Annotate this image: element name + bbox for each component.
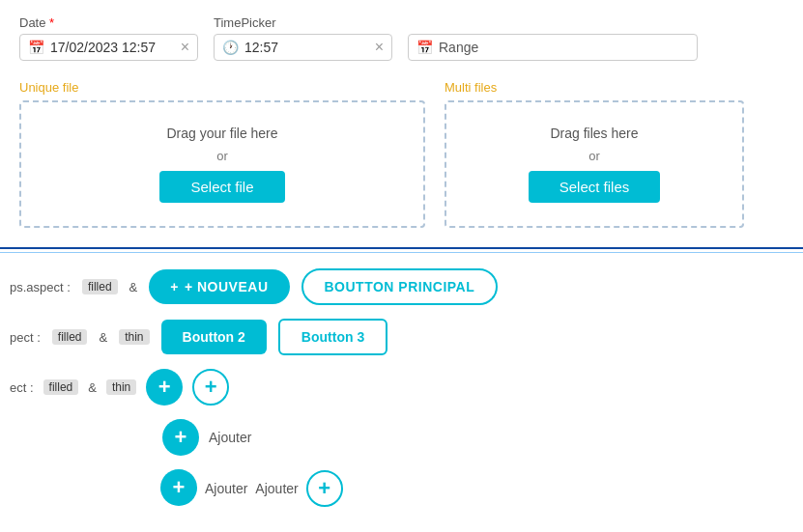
unique-drag-text: Drag your file here	[166, 126, 277, 141]
row2-badge-thin: thin	[119, 329, 149, 345]
row2-badge-filled: filled	[52, 329, 88, 345]
row3-badge-filled: filled	[43, 379, 79, 395]
multi-file-label: Multi files	[445, 80, 744, 95]
range-value: Range	[439, 40, 689, 55]
range-calendar-icon: 📅	[416, 40, 433, 55]
unique-or-text: or	[216, 149, 228, 163]
circle-filled-button-1[interactable]: +	[146, 369, 183, 406]
range-input[interactable]: 📅 Range	[408, 34, 698, 61]
nouveau-button[interactable]: + + NOUVEAU	[149, 269, 289, 304]
date-value: 17/02/2023 12:57	[50, 40, 175, 55]
date-label-text: Date	[19, 15, 45, 30]
file-areas-row: Unique file Drag your file here or Selec…	[19, 80, 784, 228]
top-section: Date * 📅 17/02/2023 12:57 × TimePicker 🕐…	[0, 0, 803, 247]
multi-or-text: or	[588, 149, 600, 163]
multi-file-container: Multi files Drag files here or Select fi…	[445, 80, 744, 228]
button-row-3: ect : filled & thin + +	[10, 369, 803, 406]
circle-filled-button-2[interactable]: +	[162, 419, 199, 456]
row1-badge-filled: filled	[82, 279, 118, 294]
row2-label: pect :	[10, 330, 41, 345]
circle-filled-button-3[interactable]: +	[160, 469, 197, 506]
button-row-5: + Ajouter Ajouter +	[10, 469, 803, 508]
bottom-section: ps.aspect : filled & + + NOUVEAU BOUTTON…	[0, 253, 803, 508]
row5-ajouter-label1: Ajouter	[205, 481, 247, 496]
timepicker-input[interactable]: 🕐 12:57 ×	[214, 34, 392, 61]
boutton2-button[interactable]: Boutton 2	[161, 320, 267, 354]
button-row-1: ps.aspect : filled & + + NOUVEAU BOUTTON…	[10, 268, 803, 305]
unique-file-dropzone[interactable]: Drag your file here or Select file	[19, 100, 425, 228]
circle-outline-button-2[interactable]: +	[306, 470, 343, 507]
date-field-group: Date * 📅 17/02/2023 12:57 ×	[19, 15, 198, 61]
row3-separator: &	[88, 380, 97, 395]
unique-file-container: Unique file Drag your file here or Selec…	[19, 80, 425, 228]
time-value: 12:57	[244, 40, 369, 55]
row4-ajouter-label: Ajouter	[209, 430, 251, 445]
range-label-spacer	[408, 15, 698, 30]
boutton-principal-button[interactable]: BOUTTON PRINCIPAL	[301, 268, 499, 305]
row5-ajouter-label2: Ajouter	[255, 481, 298, 496]
row3-badge-thin: thin	[106, 379, 136, 395]
range-field-group: 📅 Range	[408, 15, 698, 61]
unique-file-label: Unique file	[19, 80, 425, 95]
button-row-4: + Ajouter	[10, 419, 803, 456]
multi-file-dropzone[interactable]: Drag files here or Select files	[445, 100, 744, 228]
row2-separator: &	[99, 330, 107, 345]
time-clear-button[interactable]: ×	[375, 40, 384, 55]
calendar-icon: 📅	[28, 40, 44, 55]
select-file-button[interactable]: Select file	[159, 171, 284, 203]
boutton3-button[interactable]: Boutton 3	[278, 319, 387, 355]
date-label: Date *	[19, 15, 198, 30]
multi-drag-text: Drag files here	[550, 126, 638, 141]
circle-outline-button-1[interactable]: +	[192, 369, 229, 406]
fields-row: Date * 📅 17/02/2023 12:57 × TimePicker 🕐…	[19, 15, 784, 61]
button-row-2: pect : filled & thin Boutton 2 Boutton 3	[10, 319, 803, 355]
date-required-star: *	[49, 15, 54, 30]
date-input[interactable]: 📅 17/02/2023 12:57 ×	[19, 34, 198, 61]
row3-label: ect :	[10, 380, 34, 395]
row1-label: ps.aspect :	[10, 280, 71, 294]
timepicker-field-group: TimePicker 🕐 12:57 ×	[214, 15, 392, 61]
nouveau-label: + NOUVEAU	[185, 279, 269, 294]
row1-separator: &	[129, 280, 138, 294]
select-files-button[interactable]: Select files	[529, 171, 661, 203]
clock-icon: 🕐	[222, 40, 239, 55]
timepicker-label: TimePicker	[214, 15, 392, 30]
plus-icon: +	[170, 279, 179, 294]
bottom-content: ps.aspect : filled & + + NOUVEAU BOUTTON…	[0, 268, 803, 508]
date-clear-button[interactable]: ×	[181, 40, 189, 55]
